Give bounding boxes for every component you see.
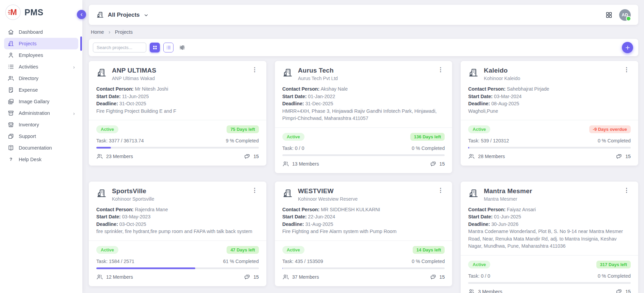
status-badge: Active <box>282 133 304 141</box>
project-scope-dropdown[interactable]: All Projects <box>96 11 149 19</box>
task-count: Task: 3377 / 36713.74 <box>96 138 144 143</box>
days-left-badge: 47 Days left <box>227 246 259 254</box>
progress-fill <box>468 147 469 149</box>
project-card[interactable]: SportsVille Kohinoor Sportsville ⋮ Conta… <box>89 182 266 286</box>
page-title: All Projects <box>108 12 140 18</box>
members-icon <box>96 153 103 160</box>
filter-button[interactable] <box>177 43 187 52</box>
breadcrumb-home[interactable]: Home <box>91 29 104 35</box>
sidebar-item-support[interactable]: Support › <box>4 130 78 142</box>
store-icon <box>7 121 14 128</box>
chat-count: 15 <box>625 154 631 159</box>
sidebar-item-inventory[interactable]: Inventory › <box>4 119 78 130</box>
card-menu-button[interactable]: ⋮ <box>436 187 445 194</box>
sidebar-item-dashboard[interactable]: Dashboard › <box>4 26 78 38</box>
sidebar-item-projects[interactable]: Projects › <box>4 38 78 49</box>
sidebar-item-label: Image Gallary <box>19 99 49 104</box>
contact-value: Rajendra Mane <box>135 207 168 212</box>
project-description: Wagholi,Pune <box>468 108 631 115</box>
deadline-value: 08-Aug-2025 <box>491 101 519 106</box>
task-count: Task: 435 / 153509 <box>282 259 323 264</box>
project-card[interactable]: Mantra Mesmer Mantra Mesmer ⋮ Contact Pe… <box>461 182 638 293</box>
progress-bar <box>468 282 631 284</box>
add-project-button[interactable] <box>622 42 633 53</box>
card-menu-button[interactable]: ⋮ <box>436 67 445 73</box>
chat-indicator[interactable]: 15 <box>615 288 631 293</box>
project-card[interactable]: WESTVIEW Kohinoor Westview Reserve ⋮ Con… <box>275 182 452 286</box>
sidebar-item-employees[interactable]: Employees › <box>4 49 78 61</box>
members-icon <box>468 153 475 160</box>
chat-count: 15 <box>253 274 259 280</box>
chat-indicator[interactable]: 15 <box>244 153 259 160</box>
building-icon <box>282 187 293 199</box>
members-count: 13 Members <box>292 161 319 167</box>
project-company: Mantra Mesmer <box>484 196 617 202</box>
grid-view-button[interactable] <box>150 43 160 52</box>
completed-percent: 0 % Completed <box>598 273 631 279</box>
sidebar-item-help-desk[interactable]: ? Help Desk › <box>4 154 78 165</box>
help-icon: ? <box>7 156 14 163</box>
list-icon <box>7 63 14 70</box>
project-description: fire sprinkler, fire hydrant,fire pump r… <box>96 228 259 235</box>
start-date-value: 22-Jun-2024 <box>308 214 335 219</box>
project-name: Mantra Mesmer <box>484 187 617 195</box>
contact-value: Sahebhajrat Pirjade <box>507 86 549 92</box>
task-count: Task: 0 / 0 <box>282 145 304 151</box>
sidebar-item-label: Expense <box>19 87 38 93</box>
progress-bar <box>96 267 259 269</box>
progress-fill <box>96 147 111 149</box>
completed-percent: 9 % Completed <box>226 138 259 143</box>
sidebar-item-documentation[interactable]: Documentation › <box>4 142 78 154</box>
chat-indicator[interactable]: 15 <box>430 274 445 280</box>
breadcrumb-projects[interactable]: Projects <box>115 29 133 35</box>
card-menu-button[interactable]: ⋮ <box>250 67 259 73</box>
sidebar-item-activities[interactable]: Activities › <box>4 61 78 73</box>
plus-icon <box>625 45 630 50</box>
chat-indicator[interactable]: 15 <box>615 153 631 160</box>
status-badge: Active <box>96 246 118 254</box>
chat-icon <box>430 274 436 280</box>
sidebar-item-administration[interactable]: Administration › <box>4 107 78 119</box>
sidebar-collapse-button[interactable] <box>77 10 86 19</box>
project-card[interactable]: Aurus Tech Aurus Tech Pvt Ltd ⋮ Contact … <box>275 61 452 173</box>
search-input[interactable] <box>93 43 146 52</box>
apps-grid-icon[interactable] <box>605 11 613 19</box>
sidebar-item-image-gallary[interactable]: Image Gallary › <box>4 96 78 107</box>
list-view-button[interactable] <box>163 43 174 52</box>
sidebar-nav: Dashboard › Projects › Employees › Activ… <box>0 24 82 168</box>
contact-label: Contact Person: <box>468 207 506 212</box>
chat-indicator[interactable]: 15 <box>244 274 259 280</box>
chevron-right-icon: › <box>73 110 75 116</box>
project-company: ANP Ultimas Wakad <box>112 76 245 81</box>
project-company: Kohinoor Sportsville <box>112 196 245 202</box>
sidebar-item-directory[interactable]: Directory › <box>4 73 78 84</box>
project-card[interactable]: Kaleido Kohinoor Kaleido ⋮ Contact Perso… <box>461 61 638 166</box>
sidebar-item-label: Support <box>19 134 36 139</box>
card-menu-button[interactable]: ⋮ <box>250 187 259 194</box>
project-name: Aurus Tech <box>298 67 431 74</box>
project-name: WESTVIEW <box>298 187 431 195</box>
project-card[interactable]: ANP ULTIMAS ANP Ultimas Wakad ⋮ Contact … <box>89 61 266 166</box>
building-icon <box>7 40 14 47</box>
avatar[interactable]: AD <box>619 9 631 21</box>
progress-fill <box>282 267 283 269</box>
days-left-badge: 75 Days left <box>227 125 259 133</box>
breadcrumb: Home Projects <box>91 29 636 35</box>
chevron-right-icon <box>108 30 112 34</box>
start-date-value: 11-Jun-2025 <box>122 94 149 99</box>
chat-count: 15 <box>625 289 631 293</box>
building-icon <box>96 187 107 199</box>
deadline-value: 31-Dec-2025 <box>305 101 333 106</box>
chat-indicator[interactable]: 15 <box>430 160 445 167</box>
avatar-initials: AD <box>622 13 628 17</box>
sidebar-item-expense[interactable]: Expense › <box>4 84 78 96</box>
deadline-value: 31-Aug-2025 <box>305 221 333 227</box>
card-menu-button[interactable]: ⋮ <box>622 187 631 194</box>
sidebar-item-label: Administration <box>19 110 50 116</box>
completed-percent: 0 % Completed <box>412 145 445 151</box>
contact-value: Akshay Nale <box>320 86 348 92</box>
card-menu-button[interactable]: ⋮ <box>622 67 631 73</box>
chat-count: 15 <box>440 161 445 167</box>
deadline-label: Deadline: <box>96 101 118 106</box>
building-icon <box>468 67 479 78</box>
